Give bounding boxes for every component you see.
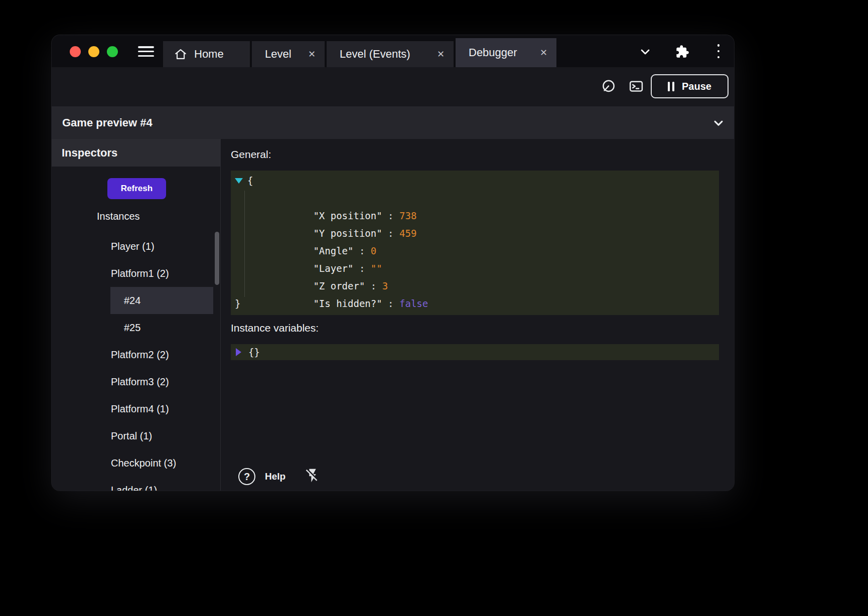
tab-bar: Home Level ✕ Level (Events) ✕ Debugger ✕: [163, 38, 556, 67]
json-value: 3: [382, 280, 388, 291]
home-icon: [174, 48, 187, 61]
json-key: "Is hidden?": [313, 298, 382, 309]
console-icon[interactable]: [629, 79, 644, 94]
sidebar-item-player[interactable]: Player (1): [52, 233, 220, 260]
chevron-down-icon[interactable]: [638, 45, 652, 59]
json-separator: :: [365, 280, 382, 291]
json-separator: :: [382, 210, 399, 221]
json-close-brace: }: [235, 298, 240, 309]
chevron-down-icon[interactable]: [711, 116, 726, 130]
game-preview-title: Game preview #4: [62, 116, 153, 129]
general-label: General:: [231, 148, 271, 161]
minimize-window-button[interactable]: [88, 46, 99, 57]
tab-label: Level: [265, 48, 292, 61]
traffic-lights: [70, 46, 118, 57]
titlebar: Home Level ✕ Level (Events) ✕ Debugger ✕: [52, 35, 734, 67]
maximize-window-button[interactable]: [107, 46, 118, 57]
speedometer-icon[interactable]: [601, 79, 616, 94]
tab-debugger[interactable]: Debugger ✕: [456, 38, 556, 67]
pause-icon: [668, 82, 674, 91]
json-key: "Y position": [313, 228, 382, 239]
sidebar-item-platform4[interactable]: Platform4 (1): [52, 395, 220, 422]
game-preview-header[interactable]: Game preview #4: [52, 106, 734, 139]
refresh-button[interactable]: Refresh: [107, 178, 166, 199]
sidebar-item-instance-24[interactable]: #24: [110, 287, 213, 314]
json-separator: :: [382, 228, 399, 239]
json-value: 0: [371, 245, 376, 256]
sidebar-item-platform1[interactable]: Platform1 (2): [52, 260, 220, 287]
json-row-x-position: "X position" : 738: [231, 190, 719, 207]
json-indent-guide: [244, 191, 245, 297]
help-label[interactable]: Help: [265, 471, 285, 482]
tab-label: Home: [194, 48, 224, 61]
tab-level[interactable]: Level ✕: [252, 41, 325, 67]
json-open-line: {: [231, 172, 719, 190]
json-key: "Layer": [313, 263, 353, 274]
close-icon[interactable]: ✕: [308, 50, 316, 59]
sidebar-item-platform3[interactable]: Platform3 (2): [52, 368, 220, 395]
tab-label: Debugger: [469, 46, 517, 59]
expand-triangle-icon[interactable]: [236, 348, 241, 356]
json-open-brace: {: [247, 175, 253, 186]
inspector-detail-panel: General: { "X position" : 738 "Y positio…: [221, 139, 734, 491]
collapse-triangle-icon[interactable]: [235, 178, 243, 184]
help-icon[interactable]: ?: [238, 468, 255, 485]
pause-button[interactable]: Pause: [651, 74, 729, 98]
sidebar-item-platform2[interactable]: Platform2 (2): [52, 341, 220, 368]
instances-list: Player (1) Platform1 (2) #24 #25 Platfor…: [52, 233, 220, 491]
json-separator: :: [353, 245, 370, 256]
pause-label: Pause: [682, 81, 711, 92]
json-value: "": [371, 263, 382, 274]
json-collapsed-braces: {}: [248, 347, 260, 358]
json-value: 459: [399, 228, 416, 239]
close-icon[interactable]: ✕: [540, 48, 547, 57]
json-separator: :: [353, 263, 370, 274]
debugger-content: Inspectors Refresh Instances Player (1) …: [52, 139, 734, 491]
inspectors-sidebar: Inspectors Refresh Instances Player (1) …: [52, 139, 221, 491]
tab-home[interactable]: Home: [163, 41, 250, 67]
more-options-kebab-icon[interactable]: [715, 44, 722, 58]
instances-section-label: Instances: [97, 211, 140, 222]
json-value: 738: [399, 210, 416, 221]
inspectors-header: Inspectors: [52, 139, 220, 167]
help-glyph: ?: [244, 471, 250, 483]
json-key: "Angle": [313, 245, 353, 256]
general-json-view: { "X position" : 738 "Y position" : 459 …: [231, 171, 719, 315]
close-window-button[interactable]: [70, 46, 81, 57]
sidebar-scrollbar-thumb[interactable]: [215, 232, 219, 285]
main-menu-icon[interactable]: [138, 46, 154, 57]
sidebar-item-instance-25[interactable]: #25: [110, 314, 213, 341]
debugger-toolbar: Pause: [52, 67, 734, 106]
app-window: Home Level ✕ Level (Events) ✕ Debugger ✕: [52, 35, 734, 491]
sidebar-item-ladder[interactable]: Ladder (1): [52, 477, 220, 491]
tab-level-events[interactable]: Level (Events) ✕: [327, 41, 454, 67]
instance-variables-label: Instance variables:: [231, 322, 319, 334]
extensions-puzzle-icon[interactable]: [675, 45, 689, 59]
sidebar-item-portal[interactable]: Portal (1): [52, 422, 220, 449]
tab-label: Level (Events): [340, 48, 410, 61]
close-icon[interactable]: ✕: [437, 50, 445, 59]
instance-variables-json-view: {}: [231, 344, 719, 360]
json-separator: :: [382, 298, 399, 309]
json-key: "X position": [313, 210, 382, 221]
json-value: false: [399, 298, 428, 309]
json-key: "Z order": [313, 280, 365, 291]
sidebar-item-checkpoint[interactable]: Checkpoint (3): [52, 449, 220, 477]
flash-off-icon[interactable]: [305, 468, 321, 484]
